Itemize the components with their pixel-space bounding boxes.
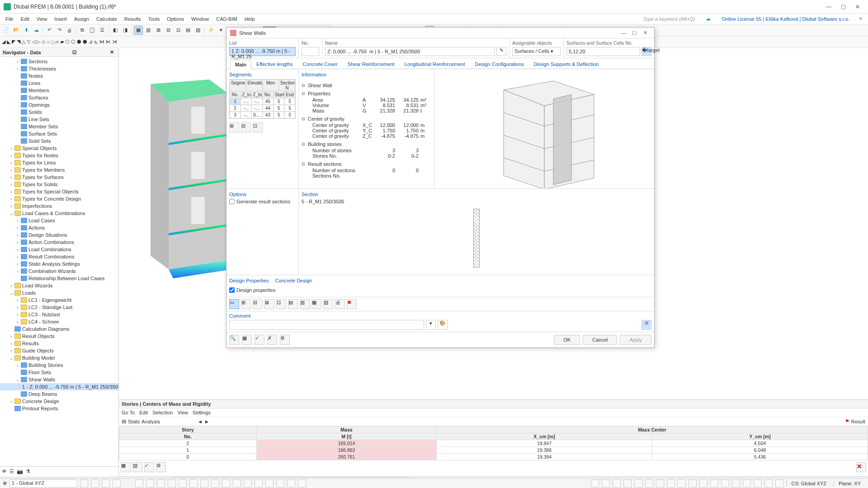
bt5-icon[interactable]: ⊡ — [276, 299, 286, 309]
tree-node[interactable]: Openings — [0, 101, 118, 108]
sb12-icon[interactable] — [211, 479, 219, 488]
sb5-icon[interactable] — [135, 479, 143, 488]
comment-color-icon[interactable]: 🎨 — [438, 320, 448, 330]
sb6-icon[interactable] — [146, 479, 154, 488]
sbr7-icon[interactable] — [656, 479, 664, 488]
view-5-icon[interactable]: ⊡ — [174, 26, 183, 35]
tree-node[interactable]: ›LC4 - Schnee — [0, 318, 118, 325]
view-2-icon[interactable]: ▥ — [144, 26, 153, 35]
sb17-icon[interactable] — [265, 479, 274, 488]
sb10-icon[interactable] — [189, 479, 198, 488]
tree-node[interactable]: Printout Reports — [0, 405, 118, 412]
footer-b4-icon[interactable]: ✗ — [267, 335, 277, 345]
tree-node[interactable]: ›Types for Nodes — [0, 152, 118, 159]
analysis-combo[interactable]: Static Analysis — [128, 419, 196, 424]
sp-delete-icon[interactable]: ✕ — [856, 462, 866, 472]
tree-node[interactable]: ›Building Stories — [0, 361, 118, 369]
bt7-icon[interactable]: ▥ — [300, 299, 310, 309]
navigator-pin-icon[interactable]: ⊡ — [71, 49, 78, 55]
tree-node[interactable]: Line Sets — [0, 116, 118, 123]
sb3-icon[interactable] — [102, 479, 110, 488]
sp-btn4[interactable]: ⚙ — [156, 462, 166, 472]
results-flag-icon[interactable]: ⚑ — [845, 418, 849, 424]
view-7-icon[interactable]: ▧ — [193, 26, 203, 35]
menu-options[interactable]: Options — [163, 15, 188, 23]
menu-view[interactable]: View — [33, 15, 51, 23]
menu-help[interactable]: Help — [241, 15, 259, 23]
tool-b-icon[interactable]: ◨ — [121, 26, 130, 35]
sb15-icon[interactable] — [244, 479, 252, 488]
tree-node[interactable]: Relationship Between Load Cases — [0, 275, 118, 282]
tree-node[interactable]: ›Special Objects — [0, 145, 118, 152]
menu-window[interactable]: Window — [188, 15, 212, 23]
seg-btn1[interactable]: ⊞ — [229, 122, 239, 132]
t2-7-icon[interactable]: ◁ — [32, 39, 35, 45]
paste-icon[interactable]: 📋 — [88, 26, 97, 35]
sp-btn3[interactable]: ✓ — [144, 462, 154, 472]
stories-edit[interactable]: Edit — [139, 410, 148, 415]
comment-input[interactable] — [229, 320, 424, 330]
apply-button[interactable]: Apply — [620, 335, 651, 345]
tree-node[interactable]: ›Types for Solids — [0, 181, 118, 188]
sbr3-icon[interactable] — [613, 479, 621, 488]
bt4-icon[interactable]: ⊠ — [264, 299, 274, 309]
sb13-icon[interactable] — [222, 479, 230, 488]
calc2-icon[interactable]: ▾ — [217, 26, 226, 35]
tree-node[interactable]: Nodes — [0, 72, 118, 80]
t2-17-icon[interactable]: ⬣ — [83, 39, 87, 45]
dialog-min-icon[interactable]: — — [618, 30, 629, 36]
tree-node[interactable]: Surfaces — [0, 94, 118, 101]
view-4-icon[interactable]: ⊟ — [164, 26, 173, 35]
sbr9-icon[interactable] — [678, 479, 686, 488]
sb1-icon[interactable] — [80, 479, 88, 488]
cancel-button[interactable]: Cancel — [583, 335, 617, 345]
menu-assign[interactable]: Assign — [71, 15, 93, 23]
sb14-icon[interactable] — [233, 479, 241, 488]
surfaces-input[interactable] — [566, 47, 640, 56]
tree-node[interactable]: Lines — [0, 80, 118, 87]
seg-btn2[interactable]: ⊟ — [241, 122, 251, 132]
header-close-icon[interactable]: ✕ — [855, 14, 866, 23]
nav-filter-icon[interactable]: ⚗ — [26, 469, 30, 474]
new-icon[interactable]: 📄 — [2, 26, 11, 35]
t2-6-icon[interactable]: ▽ — [27, 39, 30, 45]
tab-long-reinf[interactable]: Longitudinal Reinforcement — [400, 59, 470, 69]
tree-node[interactable]: ⌄Building Model — [0, 354, 118, 361]
sbr16-icon[interactable] — [754, 479, 762, 488]
tree-node[interactable]: ›Design Situations — [0, 231, 118, 239]
stories-view[interactable]: View — [177, 410, 188, 415]
t2-13-icon[interactable]: ▰ — [60, 39, 64, 45]
sp-btn1[interactable]: ▦ — [121, 462, 131, 472]
tree-node[interactable]: Surface Sets — [0, 130, 118, 137]
ok-button[interactable]: OK — [554, 335, 580, 345]
sb9-icon[interactable] — [179, 479, 187, 488]
tree-node[interactable]: ›Result Combinations — [0, 253, 118, 260]
sb18-icon[interactable] — [276, 479, 284, 488]
stories-goto[interactable]: Go To — [122, 410, 135, 415]
tree-node[interactable]: Deep Beams — [0, 390, 118, 398]
cloud-icon[interactable]: ☁ — [32, 26, 41, 35]
filter-next-icon[interactable]: ► — [204, 419, 209, 424]
bt2-icon[interactable]: ⊞ — [241, 299, 251, 309]
print-icon[interactable]: 🖨 — [65, 26, 74, 35]
tree-node[interactable]: ⌄Loads — [0, 289, 118, 296]
sb11-icon[interactable] — [200, 479, 208, 488]
view-3-icon[interactable]: ⊞ — [154, 26, 163, 35]
bt3-icon[interactable]: ⊟ — [253, 299, 263, 309]
close-button[interactable]: ✕ — [851, 2, 864, 11]
t2-14-icon[interactable]: ⬠ — [65, 39, 70, 45]
t2-22-icon[interactable]: ⋊ — [112, 39, 117, 45]
tree-node[interactable]: ›Load Cases — [0, 217, 118, 224]
tree-node[interactable]: Floor Sets — [0, 369, 118, 376]
sb2-icon[interactable] — [91, 479, 99, 488]
cs-combo[interactable]: 1 - Global XYZ — [9, 479, 77, 488]
t2-2-icon[interactable]: ◣ — [7, 39, 10, 45]
tab-supports[interactable]: Design Supports & Deflection — [529, 59, 604, 69]
tree-node[interactable]: ›Results — [0, 340, 118, 347]
tab-shear-reinf[interactable]: Shear Reinforcement — [343, 59, 400, 69]
tree-node[interactable]: ›LC2 - Ständige Last — [0, 304, 118, 311]
copy-icon[interactable]: ⧉ — [78, 26, 87, 35]
tree-node[interactable]: ›Action Combinations — [0, 239, 118, 246]
segments-table[interactable]: Segment Elevation Men Section N No. Z_to… — [229, 79, 296, 119]
comment-apply-icon[interactable]: ⟳ — [642, 320, 651, 330]
